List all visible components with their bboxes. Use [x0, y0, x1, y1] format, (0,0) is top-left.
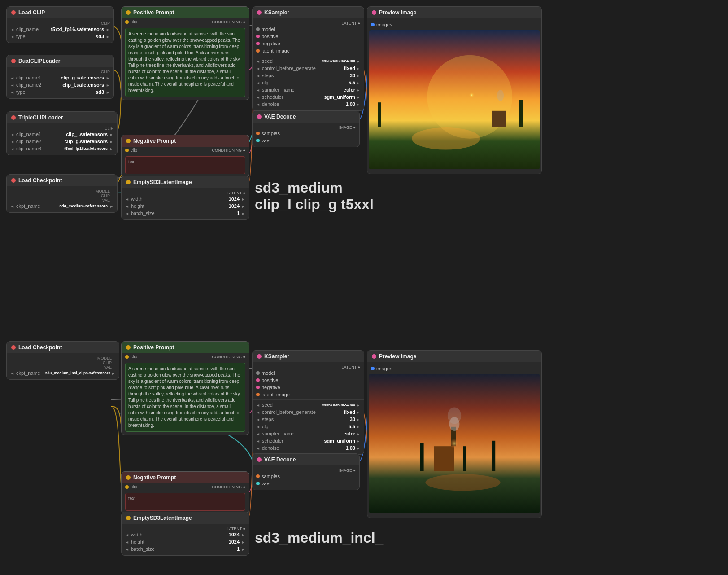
b-cfg-arrow-right[interactable] [356, 424, 360, 429]
b-ckpt-arrow-right[interactable] [111, 370, 115, 376]
scheduler-arrow-top[interactable] [256, 94, 260, 100]
b-ksampler-model-label: model [262, 370, 275, 376]
b-sampler-label: sampler_name [262, 431, 295, 436]
b-denoise-arrow-right[interactable] [356, 445, 360, 451]
b-steps-arrow-right[interactable] [356, 417, 360, 422]
b-ksampler-model-row: model [253, 369, 364, 377]
negative-prompt-text-top[interactable]: text [125, 156, 245, 174]
b-ksampler-seed-row: seed 995676869624900 [253, 401, 364, 408]
b-ksampler-positive-label: positive [262, 377, 278, 383]
type-arrow-right[interactable] [106, 34, 110, 39]
b-empty-sd3-width-row: width 1024 [122, 531, 249, 538]
t-clip-name1-arrow-right[interactable] [109, 132, 113, 137]
b-cfg-arrow[interactable] [256, 424, 260, 429]
positive-prompt-text-top[interactable]: A serene mountain landscape at sunrise, … [125, 28, 245, 97]
b-steps-value: 30 [350, 417, 355, 422]
b-batch-arrow-left[interactable] [125, 546, 129, 552]
b-sampler-arrow-right[interactable] [356, 431, 360, 436]
dual-clip-name1-row: clip_name1 clip_g.safetensors [7, 74, 113, 81]
dual-type-arrow-right[interactable] [106, 89, 110, 95]
dual-type-arrow[interactable] [10, 89, 14, 95]
t-clip-name2-value: clip_g.safetensors [64, 139, 108, 144]
width-arrow-right-top[interactable] [241, 196, 245, 202]
b-sampler-arrow[interactable] [256, 431, 260, 436]
preview-top-image [369, 30, 540, 169]
t-clip-name1-arrow[interactable] [10, 132, 14, 137]
control-arrow-right-top[interactable] [356, 66, 360, 71]
t-clip-name2-arrow[interactable] [10, 139, 14, 144]
b-batch-arrow-right[interactable] [241, 546, 245, 552]
clip-name-arrow-left[interactable] [10, 26, 14, 32]
ksampler-top-dot [257, 10, 262, 15]
t-clip-name3-arrow-right[interactable] [109, 146, 113, 151]
ksampler-sampler-row-top: sampler_name euler [253, 86, 364, 93]
type-arrow-left[interactable] [10, 34, 14, 39]
b-vae-vae-row: vae [253, 480, 359, 487]
height-arrow-right-top[interactable] [241, 203, 245, 209]
ksampler-cfg-row-top: cfg 5.5 [253, 79, 364, 86]
height-value-top: 1024 [229, 203, 240, 209]
dual-type-value: sd3 [96, 89, 104, 95]
negative-prompt-text-bottom[interactable]: text [125, 493, 245, 511]
denoise-arrow-top[interactable] [256, 101, 260, 107]
ckpt-arrow-right[interactable] [109, 203, 113, 209]
b-ksampler-model-dot [256, 371, 260, 375]
b-control-arrow-right[interactable] [356, 409, 360, 415]
cfg-arrow-top[interactable] [256, 80, 260, 85]
scheduler-arrow-right-top[interactable] [356, 94, 360, 100]
b-ksampler-latent-dot [256, 393, 260, 396]
svg-point-2 [460, 86, 479, 105]
b-seed-arrow[interactable] [256, 402, 260, 408]
width-arrow-left-top[interactable] [125, 196, 129, 202]
b-empty-sd3-height-row: height 1024 [122, 538, 249, 545]
control-arrow-top[interactable] [256, 66, 260, 71]
sampler-arrow-right-top[interactable] [356, 87, 360, 92]
t-clip-name3-arrow[interactable] [10, 146, 14, 151]
steps-arrow-right-top[interactable] [356, 73, 360, 78]
b-width-arrow-right[interactable] [241, 532, 245, 537]
clip-name1-label: clip_name1 [16, 75, 41, 80]
clip-name2-arrow-right[interactable] [106, 82, 110, 88]
b-steps-arrow[interactable] [256, 417, 260, 422]
b-checkpoint-name-row: ckpt_name sd3_medium_incl_clips.safetens… [7, 369, 119, 377]
b-denoise-arrow[interactable] [256, 445, 260, 451]
b-height-arrow-right[interactable] [241, 539, 245, 544]
clip-name-arrow-right[interactable] [106, 26, 110, 32]
denoise-arrow-right-top[interactable] [356, 101, 360, 107]
scheduler-label-top: scheduler [262, 94, 283, 100]
clip-name1-arrow-right[interactable] [106, 75, 110, 80]
positive-conditioning-label: CONDITIONING ● [212, 20, 245, 24]
seed-arrow-top[interactable] [256, 58, 260, 64]
top-label-line1: sd3_medium [255, 180, 374, 196]
seed-value-top: 995676869624900 [322, 59, 355, 63]
b-ckpt-arrow-left[interactable] [10, 370, 14, 376]
negative-prompt-top-title: Negative Prompt [133, 138, 176, 144]
b-width-arrow-left[interactable] [125, 532, 129, 537]
b-scheduler-arrow[interactable] [256, 438, 260, 443]
clip-name1-arrow[interactable] [10, 75, 14, 80]
b-seed-arrow-right[interactable] [356, 402, 360, 408]
steps-arrow-top[interactable] [256, 73, 260, 78]
seed-arrow-right-top[interactable] [356, 58, 360, 64]
b-control-arrow[interactable] [256, 409, 260, 415]
ksampler-model-label: model [262, 26, 275, 32]
positive-prompt-top-dot [126, 10, 131, 15]
negative-text-content-top: text [128, 159, 135, 164]
b-height-arrow-left[interactable] [125, 539, 129, 544]
cfg-arrow-right-top[interactable] [356, 80, 360, 85]
load-checkpoint-top-title: Load Checkpoint [18, 177, 62, 184]
t-clip-name2-arrow-right[interactable] [109, 139, 113, 144]
b-vae-samples-dot [256, 474, 260, 478]
positive-prompt-text-bottom[interactable]: A serene mountain landscape at sunrise, … [125, 363, 245, 432]
batch-arrow-left-top[interactable] [125, 211, 129, 216]
steps-value-top: 30 [350, 73, 355, 78]
sampler-arrow-top[interactable] [256, 87, 260, 92]
ksampler-model-row-top: model [253, 26, 364, 33]
clip-name2-arrow[interactable] [10, 82, 14, 88]
checkpoint-name-row: ckpt_name sd3_medium.safetensors [7, 202, 117, 210]
ckpt-arrow-left[interactable] [10, 203, 14, 209]
height-arrow-left-top[interactable] [125, 203, 129, 209]
b-scheduler-arrow-right[interactable] [356, 438, 360, 443]
batch-arrow-right-top[interactable] [241, 211, 245, 216]
ksampler-top-node: KSampler LATENT ● model positive n [252, 6, 364, 111]
